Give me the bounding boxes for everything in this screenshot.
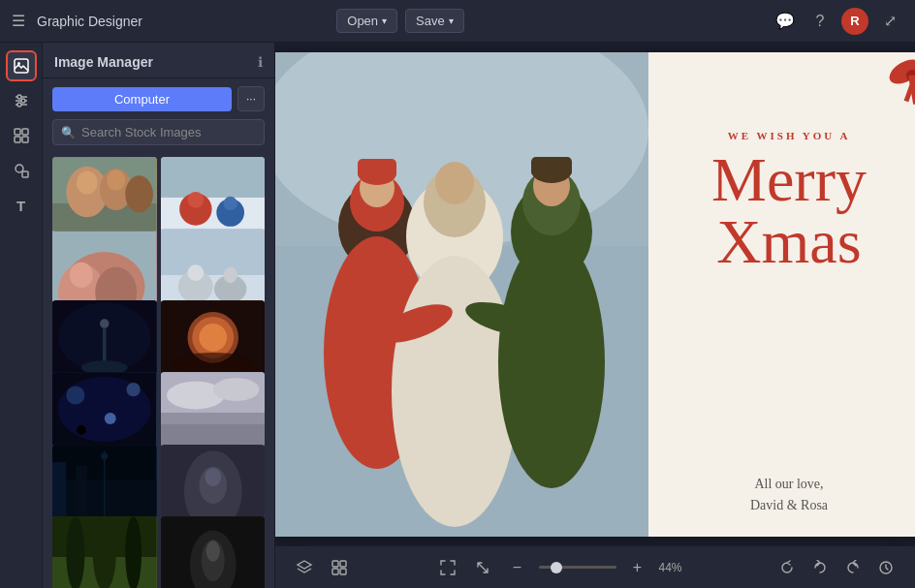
redo-button[interactable]: [839, 554, 867, 581]
svg-point-90: [435, 162, 474, 204]
bottom-center-tools: − + 44%: [434, 554, 693, 581]
svg-rect-64: [76, 465, 87, 518]
svg-point-99: [392, 256, 518, 527]
svg-point-76: [125, 516, 142, 588]
topbar: ☰ Graphic Designer Open ▾ Save ▾ 💬 ? R ⤢: [0, 0, 915, 43]
thumbnail-4[interactable]: [161, 229, 266, 303]
svg-rect-22: [161, 157, 266, 198]
expand-icon-button[interactable]: ⤢: [876, 8, 903, 35]
svg-point-74: [66, 516, 84, 588]
svg-point-75: [93, 516, 116, 588]
thumbnail-2[interactable]: [161, 157, 266, 232]
svg-point-70: [205, 468, 221, 486]
save-button[interactable]: Save ▾: [405, 9, 464, 33]
image-manager-title: Image Manager: [54, 54, 250, 70]
svg-point-27: [223, 197, 237, 210]
svg-point-38: [223, 267, 237, 284]
image-manager-tabs: Computer ···: [43, 78, 274, 119]
chat-icon-button[interactable]: 💬: [772, 8, 799, 35]
canvas-card[interactable]: WE WISH YOU A Merry Xmas All our love, D…: [648, 52, 915, 537]
history-button[interactable]: [872, 554, 899, 581]
avatar[interactable]: R: [841, 8, 868, 35]
tools-sidebar: T: [0, 43, 43, 588]
image-grid: [43, 153, 274, 588]
thumbnail-5[interactable]: [52, 300, 157, 375]
canvas-photo[interactable]: [275, 52, 648, 537]
svg-point-100: [498, 236, 605, 488]
canvas-area: WE WISH YOU A Merry Xmas All our love, D…: [275, 43, 915, 588]
svg-rect-111: [340, 569, 346, 574]
svg-point-53: [105, 413, 116, 424]
svg-point-20: [107, 170, 125, 191]
bottom-right-tools: [773, 554, 899, 581]
resize-button[interactable]: [469, 554, 496, 581]
help-icon-button[interactable]: ?: [806, 8, 834, 35]
open-button[interactable]: Open ▾: [336, 9, 397, 33]
zoom-slider[interactable]: [539, 566, 616, 569]
svg-rect-23: [161, 198, 266, 232]
svg-point-80: [205, 541, 219, 562]
search-bar[interactable]: 🔍 Search Stock Images: [52, 119, 265, 145]
thumbnail-10[interactable]: [161, 445, 266, 519]
canvas-container[interactable]: WE WISH YOU A Merry Xmas All our love, D…: [275, 43, 915, 545]
svg-point-26: [187, 192, 204, 208]
svg-point-58: [212, 379, 259, 402]
zoom-percentage: 44%: [659, 561, 693, 574]
image-tool-button[interactable]: [6, 50, 37, 81]
topbar-icons: 💬 ? R ⤢: [772, 8, 903, 35]
svg-rect-97: [531, 157, 572, 176]
zoom-out-button[interactable]: −: [504, 554, 531, 581]
thumbnail-6[interactable]: [161, 300, 266, 375]
info-icon[interactable]: ℹ: [258, 54, 263, 70]
card-title: Merry Xmas: [711, 149, 867, 273]
svg-rect-95: [358, 159, 396, 178]
layout-tool-button[interactable]: [6, 120, 37, 151]
menu-icon[interactable]: ☰: [12, 12, 25, 30]
svg-rect-8: [15, 129, 20, 135]
bottom-toolbar: − + 44%: [275, 545, 915, 588]
svg-point-31: [70, 263, 93, 288]
ribbon-decoration: [833, 52, 915, 149]
rotate-button[interactable]: [773, 554, 801, 581]
main-layout: T Image Manager ℹ Computer ··· 🔍 Search …: [0, 43, 915, 588]
fit-to-screen-button[interactable]: [434, 554, 461, 581]
svg-point-47: [199, 324, 227, 352]
svg-point-18: [125, 175, 153, 212]
thumbnail-12[interactable]: [161, 516, 266, 588]
layers-icon-button[interactable]: [291, 554, 318, 581]
svg-point-19: [77, 171, 97, 195]
svg-rect-13: [22, 171, 28, 177]
undo-button[interactable]: [806, 554, 834, 581]
text-tool-button[interactable]: T: [6, 190, 37, 221]
svg-point-41: [100, 320, 110, 329]
thumbnail-8[interactable]: [161, 372, 266, 447]
thumbnail-9[interactable]: [52, 445, 157, 519]
card-message: All our love, David & Rosa: [750, 474, 828, 517]
thumbnail-7[interactable]: [52, 372, 157, 447]
svg-rect-110: [332, 569, 338, 574]
grid-icon-button[interactable]: [326, 554, 353, 581]
svg-point-51: [66, 387, 84, 405]
zoom-in-button[interactable]: +: [624, 554, 651, 581]
computer-tab[interactable]: Computer: [52, 87, 232, 111]
more-tab[interactable]: ···: [237, 86, 265, 111]
shapes-tool-button[interactable]: [6, 155, 37, 186]
thumbnail-11[interactable]: [52, 516, 157, 588]
adjustments-tool-button[interactable]: [6, 85, 37, 116]
svg-rect-59: [161, 424, 266, 447]
svg-rect-109: [340, 561, 346, 567]
thumbnail-3[interactable]: [52, 229, 157, 303]
svg-point-7: [17, 103, 21, 107]
canvas-inner: WE WISH YOU A Merry Xmas All our love, D…: [275, 52, 915, 537]
search-placeholder-text: Search Stock Images: [81, 125, 202, 139]
svg-rect-63: [52, 462, 66, 519]
thumbnail-1[interactable]: [52, 157, 157, 232]
svg-rect-108: [332, 561, 338, 567]
bottom-left-tools: [291, 554, 353, 581]
image-manager-header: Image Manager ℹ: [43, 43, 274, 78]
svg-rect-34: [161, 229, 266, 275]
svg-rect-11: [22, 137, 28, 142]
svg-point-54: [77, 426, 86, 436]
search-icon: 🔍: [61, 126, 76, 139]
app-title: Graphic Designer: [37, 14, 329, 29]
